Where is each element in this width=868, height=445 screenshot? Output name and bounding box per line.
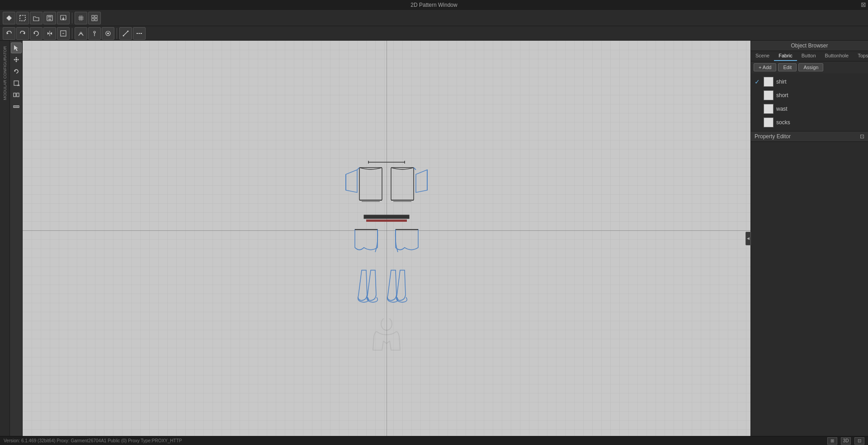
svg-marker-55 <box>416 169 427 192</box>
property-editor-expand[interactable]: ⊡ <box>860 133 864 140</box>
short-swatch <box>764 90 774 100</box>
waist-swatch <box>764 104 774 114</box>
waistband-patterns <box>341 212 432 226</box>
svg-rect-44 <box>14 93 16 97</box>
status-right: ⊞ 3D ⊡ <box>827 437 864 445</box>
shirt-swatch <box>764 77 774 87</box>
import-btn[interactable] <box>57 12 70 24</box>
svg-marker-18 <box>34 32 35 34</box>
tab-button[interactable]: Button <box>797 51 821 61</box>
svg-point-28 <box>107 33 109 34</box>
svg-marker-38 <box>15 61 17 62</box>
dash-tool-btn[interactable] <box>133 27 146 40</box>
short-label: short <box>776 92 788 98</box>
move-tool-btn[interactable] <box>11 54 22 65</box>
main-toolbar <box>0 10 868 26</box>
svg-rect-63 <box>364 215 409 218</box>
toolbar-sep-2 <box>72 28 72 39</box>
status-bar: Version: 6.1.469 (32bit64) Proxy: Garmen… <box>0 436 868 445</box>
waist-label: wast <box>776 106 788 112</box>
view-3d-btn[interactable]: 3D <box>841 437 851 445</box>
left-sidebar: MODULAR CONFIGURATOR <box>0 41 10 436</box>
open-file-btn[interactable] <box>30 12 42 24</box>
select-tool-btn[interactable] <box>11 42 22 53</box>
assign-fabric-btn[interactable]: Assign <box>798 63 823 71</box>
transform-tool-btn[interactable] <box>3 12 15 24</box>
fabric-list: ✓ shirt ✓ short ✓ wast ✓ socks <box>751 73 868 131</box>
property-editor-title: Property Editor <box>755 133 791 140</box>
view-grid-btn[interactable]: ⊞ <box>827 437 837 445</box>
svg-marker-35 <box>14 45 18 51</box>
right-panel-collapse[interactable]: ◄ <box>745 232 751 245</box>
pin-tool-btn[interactable] <box>88 27 101 40</box>
svg-rect-60 <box>391 167 414 200</box>
svg-rect-64 <box>366 219 407 221</box>
svg-rect-4 <box>48 19 51 20</box>
svg-marker-16 <box>7 32 9 34</box>
svg-marker-53 <box>346 169 357 192</box>
rotate-tool-btn[interactable] <box>11 66 22 77</box>
fabric-item-short[interactable]: ✓ short <box>751 89 868 102</box>
grid-toggle-1[interactable] <box>75 12 87 24</box>
canvas-area[interactable] <box>23 41 750 436</box>
svg-rect-14 <box>92 19 94 21</box>
object-browser-actions: + Add Edit Assign <box>751 61 868 73</box>
socks-patterns <box>341 267 432 304</box>
svg-point-31 <box>127 30 129 32</box>
svg-point-25 <box>94 31 95 33</box>
toolbar-separator-1 <box>72 13 72 23</box>
tab-topstitch[interactable]: Topstitch <box>853 51 868 61</box>
zoom-fit-btn[interactable] <box>57 27 70 40</box>
line-tool-btn[interactable] <box>119 27 132 40</box>
svg-marker-37 <box>15 57 17 58</box>
fabric-item-shirt[interactable]: ✓ shirt <box>751 75 868 89</box>
object-browser-title: Object Browser <box>751 41 868 51</box>
svg-rect-13 <box>95 15 97 18</box>
scale-tool-btn[interactable] <box>11 78 22 89</box>
stitch-tool-btn[interactable] <box>102 27 114 40</box>
property-editor: Property Editor ⊡ <box>751 131 868 436</box>
collapse-button[interactable]: ⊠ <box>861 1 866 8</box>
object-browser-tabs: Scene Fabric Button Buttonhole Topstitch <box>751 51 868 61</box>
undo-btn[interactable] <box>3 27 15 40</box>
svg-point-30 <box>123 35 124 36</box>
save-file-btn[interactable] <box>43 12 56 24</box>
svg-rect-1 <box>20 15 25 21</box>
tab-scene[interactable]: Scene <box>751 51 774 61</box>
object-browser: Object Browser Scene Fabric Button Butto… <box>751 41 868 131</box>
fabric-item-socks[interactable]: ✓ socks <box>751 116 868 129</box>
svg-rect-12 <box>92 15 94 18</box>
secondary-toolbar <box>0 26 868 41</box>
tab-buttonhole[interactable]: Buttonhole <box>821 51 854 61</box>
seam-tool-btn[interactable] <box>75 27 87 40</box>
fabric-item-waist[interactable]: ✓ wast <box>751 102 868 116</box>
window-title: 2D Pattern Window <box>410 2 457 8</box>
measure-tool-btn[interactable] <box>11 101 22 112</box>
grid-toggle-2[interactable] <box>88 12 101 24</box>
svg-marker-40 <box>18 59 19 61</box>
right-panel: ◄ Object Browser Scene Fabric Button But… <box>750 41 868 436</box>
content-area: MODULAR CONFIGURATOR <box>0 41 868 436</box>
svg-marker-17 <box>23 32 25 34</box>
view-fit-btn[interactable]: ⊡ <box>854 437 864 445</box>
pattern-container <box>341 158 432 304</box>
select-region-btn[interactable] <box>16 12 29 24</box>
socks-label: socks <box>776 119 790 126</box>
rotate-btn[interactable] <box>30 27 42 40</box>
edit-fabric-btn[interactable]: Edit <box>778 63 797 71</box>
svg-marker-20 <box>47 32 49 35</box>
svg-line-29 <box>123 31 128 36</box>
add-fabric-btn[interactable]: + Add <box>754 63 776 71</box>
mirror-tool-btn[interactable] <box>11 89 22 100</box>
title-bar: 2D Pattern Window ⊠ <box>0 0 868 10</box>
short-patterns <box>341 227 432 263</box>
flip-btn[interactable] <box>43 27 56 40</box>
tab-fabric[interactable]: Fabric <box>774 51 797 61</box>
svg-marker-0 <box>6 15 12 21</box>
status-text: Version: 6.1.469 (32bit64) Proxy: Garmen… <box>4 438 182 443</box>
svg-rect-15 <box>95 19 97 21</box>
shirt-label: shirt <box>776 79 787 85</box>
toolbar-sep-3 <box>117 28 117 39</box>
redo-btn[interactable] <box>16 27 29 40</box>
shirt-check: ✓ <box>755 78 761 85</box>
